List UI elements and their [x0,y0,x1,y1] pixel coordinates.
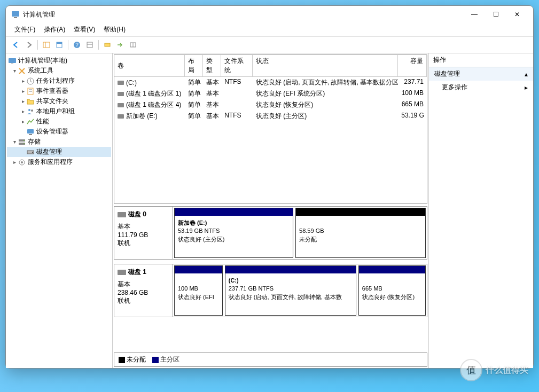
properties-button[interactable] [53,39,65,51]
vol-layout: 简单 [185,89,203,99]
volume-row[interactable]: (磁盘 1 磁盘分区 4) 简单 基本 状态良好 (恢复分区) 665 MB [114,99,427,111]
watermark: 值 什么值得买 [460,359,528,381]
settings-button[interactable] [127,39,139,51]
menu-help[interactable]: 帮助(H) [99,24,130,35]
users-icon [26,107,35,116]
tree-services[interactable]: ▸ 服务和应用程序 [7,157,111,167]
nav-tree[interactable]: 计算机管理(本地) ▾ 系统工具 ▸ 任务计划程序 ▸ 事件查看器 ▸ 共享文件… [6,53,113,368]
action-button[interactable] [114,39,126,51]
disk-icon [118,212,126,217]
app-window: 计算机管理 — ☐ ✕ 文件(F) 操作(A) 查看(V) 帮助(H) ? 计算… [5,5,534,369]
volume-row[interactable]: (磁盘 1 磁盘分区 1) 简单 基本 状态良好 (EFI 系统分区) 100 … [114,88,427,99]
part-size: 100 MB [178,285,198,292]
svg-rect-22 [29,134,32,135]
svg-rect-10 [105,43,110,46]
actions-panel: 操作 磁盘管理 ▴ 更多操作 ▸ [429,53,533,368]
part-size: 665 MB [362,285,382,292]
svg-rect-21 [27,129,34,134]
col-status[interactable]: 状态 [253,55,398,76]
tree-event-viewer[interactable]: ▸ 事件查看器 [7,86,111,96]
minimize-button[interactable]: — [464,7,485,22]
disk-graphical-view: 磁盘 0 基本 111.79 GB 联机 新加卷 (E:) 53.19 GB N… [114,206,427,350]
vol-fs [221,100,253,110]
vol-name: (磁盘 1 磁盘分区 4) [126,100,181,109]
col-capacity[interactable]: 容量 [398,55,427,76]
folder-icon [26,97,35,106]
tree-storage[interactable]: ▾ 存储 [7,137,111,147]
col-filesystem[interactable]: 文件系统 [221,55,253,76]
tree-label: 磁盘管理 [36,147,62,156]
tree-device-manager[interactable]: 设备管理器 [7,127,111,137]
volume-list[interactable]: 卷 布局 类型 文件系统 状态 容量 (C:) 简单 基本 NTFS 状态良好 … [114,54,427,204]
tree-root[interactable]: 计算机管理(本地) [7,56,111,66]
col-type[interactable]: 类型 [203,55,221,76]
vol-status: 状态良好 (启动, 页面文件, 故障转储, 基本数据分区) [253,77,398,88]
tree-label: 性能 [36,117,49,126]
toolbar-separator [98,40,99,50]
legend-swatch-primary [152,357,159,363]
svg-text:?: ? [75,42,79,48]
vol-name: (C:) [126,79,137,87]
disk-1-type: 基本 [118,280,169,289]
tree-system-tools[interactable]: ▾ 系统工具 [7,66,111,76]
tree-local-users[interactable]: ▸ 本地用户和组 [7,106,111,116]
part-status: 状态良好 (主分区) [178,236,224,242]
refresh-button[interactable] [101,39,113,51]
disk-1-part-1[interactable]: 100 MB 状态良好 (EFI [174,265,223,316]
disk-1-block[interactable]: 磁盘 1 基本 238.46 GB 联机 100 MB 状态良好 (EFI [114,264,427,317]
disk-0-part-1[interactable]: 新加卷 (E:) 53.19 GB NTFS 状态良好 (主分区) [174,208,293,258]
disk-1-state: 联机 [118,296,169,305]
part-size: 53.19 GB NTFS [178,228,220,234]
disk-0-block[interactable]: 磁盘 0 基本 111.79 GB 联机 新加卷 (E:) 53.19 GB N… [114,206,427,260]
maximize-button[interactable]: ☐ [485,7,506,22]
watermark-text: 什么值得买 [486,365,528,376]
svg-rect-8 [87,42,92,48]
vol-fs: NTFS [221,111,253,121]
legend: 未分配 主分区 [114,352,427,367]
disk-1-part-3[interactable]: 665 MB 状态良好 (恢复分区) [358,265,426,316]
disk-1-partitions: 100 MB 状态良好 (EFI (C:) 237.71 GB NTFS 状态良… [173,264,427,317]
back-button[interactable] [10,39,22,51]
svg-rect-5 [57,42,62,44]
part-status: 状态良好 (EFI [178,294,214,300]
svg-point-28 [32,152,33,153]
tree-disk-management[interactable]: 磁盘管理 [7,147,111,157]
disk-0-size: 111.79 GB [118,231,169,239]
col-layout[interactable]: 布局 [185,55,203,76]
disk-0-part-2[interactable]: 58.59 GB 未分配 [295,208,426,258]
legend-unallocated: 未分配 [127,356,146,363]
collapse-icon: ▴ [525,70,528,78]
actions-more[interactable]: 更多操作 ▸ [429,81,533,94]
menu-action[interactable]: 操作(A) [40,24,69,35]
col-volume[interactable]: 卷 [114,55,185,76]
menu-file[interactable]: 文件(F) [10,24,40,35]
tree-task-scheduler[interactable]: ▸ 任务计划程序 [7,76,111,86]
tree-performance[interactable]: ▸ 性能 [7,116,111,127]
actions-disk-mgmt[interactable]: 磁盘管理 ▴ [429,67,533,81]
watermark-icon: 值 [460,359,482,381]
close-button[interactable]: ✕ [506,7,528,22]
forward-button[interactable] [23,39,35,51]
menu-view[interactable]: 查看(V) [69,24,99,35]
partition-stripe-primary [175,208,293,216]
part-name: 新加卷 (E:) [178,219,207,226]
tree-label: 存储 [28,137,41,146]
disk-1-part-2[interactable]: (C:) 237.71 GB NTFS 状态良好 (启动, 页面文件, 故障转储… [225,265,356,316]
toolbar-separator [37,40,38,50]
disk-0-title: 磁盘 0 [128,210,146,219]
help-button[interactable]: ? [71,39,83,51]
disk-icon [118,81,124,85]
tree-label: 计算机管理(本地) [18,56,67,65]
content-area: 计算机管理(本地) ▾ 系统工具 ▸ 任务计划程序 ▸ 事件查看器 ▸ 共享文件… [6,53,533,368]
disk-1-info: 磁盘 1 基本 238.46 GB 联机 [114,264,173,317]
volume-row[interactable]: (C:) 简单 基本 NTFS 状态良好 (启动, 页面文件, 故障转储, 基本… [114,77,427,88]
svg-point-19 [28,109,30,111]
tree-shared-folders[interactable]: ▸ 共享文件夹 [7,96,111,106]
volume-row[interactable]: 新加卷 (E:) 简单 基本 NTFS 状态良好 (主分区) 53.19 G [114,111,427,122]
view-list-button[interactable] [84,39,96,51]
show-hide-tree-button[interactable] [41,39,52,51]
tree-label: 任务计划程序 [36,76,75,85]
vol-cap: 665 MB [398,100,427,110]
partition-stripe-primary [359,266,425,273]
actions-header: 操作 [429,53,533,67]
